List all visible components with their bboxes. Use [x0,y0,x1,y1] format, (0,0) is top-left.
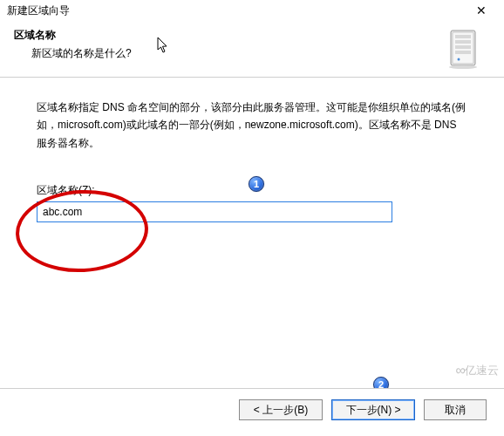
header-heading: 区域名称 [14,28,441,43]
wizard-header: 区域名称 新区域的名称是什么? [0,21,504,77]
svg-point-7 [449,65,477,69]
window-title: 新建区域向导 [7,3,70,18]
header-text: 区域名称 新区域的名称是什么? [14,28,441,61]
description-text: 区域名称指定 DNS 命名空间的部分，该部分由此服务器管理。这可能是你组织单位的… [37,99,467,152]
svg-point-6 [458,58,460,61]
wizard-footer: < 上一步(B) 下一步(N) > 取消 [0,388,504,436]
back-button[interactable]: < 上一步(B) [239,399,323,420]
watermark: ∞ 亿速云 [456,363,499,378]
server-icon [441,28,488,70]
wizard-body: 区域名称指定 DNS 命名空间的部分，该部分由此服务器管理。这可能是你组织单位的… [0,78,504,231]
annotation-badge-1: 1 [249,176,264,192]
close-button[interactable]: ✕ [464,2,499,19]
watermark-text: 亿速云 [465,363,499,378]
svg-rect-3 [455,40,471,44]
close-icon: ✕ [476,3,487,17]
cancel-button[interactable]: 取消 [424,399,487,420]
svg-rect-4 [455,45,471,49]
svg-rect-2 [455,35,471,38]
watermark-icon: ∞ [456,363,463,378]
cursor-icon [157,37,169,54]
next-button[interactable]: 下一步(N) > [331,399,415,420]
zone-name-input[interactable] [37,201,392,222]
svg-rect-5 [455,51,471,54]
title-bar: 新建区域向导 ✕ [0,0,504,21]
header-subtitle: 新区域的名称是什么? [14,46,441,61]
